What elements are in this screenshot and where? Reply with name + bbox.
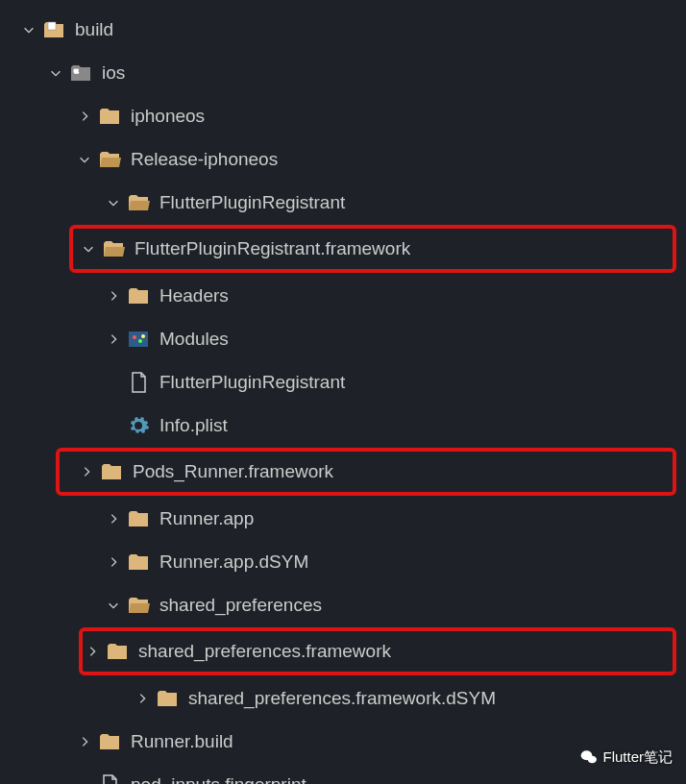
tree-item-ios[interactable]: ios — [0, 51, 686, 94]
chevron-down-icon — [104, 193, 123, 212]
tree-label: pod_inputs.fingerprint — [131, 774, 306, 785]
tree-label: shared_preferences.framework — [138, 641, 391, 662]
folder-open-icon — [127, 594, 150, 617]
tree-label: Runner.app.dSYM — [159, 551, 308, 573]
chevron-right-icon — [133, 689, 152, 708]
chevron-down-icon — [104, 596, 123, 615]
file-tree: build ios iphoneos Release-iphoneos — [0, 0, 686, 784]
chevron-down-icon — [79, 239, 98, 258]
tree-item-headers[interactable]: Headers — [0, 274, 686, 317]
apple-folder-icon — [69, 61, 92, 85]
tree-label: Runner.build — [131, 731, 233, 752]
tree-item-shared-prefs-dsym[interactable]: shared_preferences.framework.dSYM — [0, 676, 686, 720]
tree-item-modules[interactable]: Modules — [0, 317, 686, 360]
tree-item-iphoneos[interactable]: iphoneos — [0, 94, 686, 137]
tree-label: Runner.app — [159, 508, 254, 529]
folder-icon — [156, 687, 179, 710]
chevron-right-icon — [75, 107, 94, 126]
watermark: Flutter笔记 — [579, 747, 673, 767]
tree-label: FlutterPluginRegistrant — [159, 192, 345, 213]
tree-label: build — [75, 19, 113, 40]
folder-open-icon — [127, 191, 150, 214]
chevron-right-icon — [104, 552, 123, 572]
file-icon — [98, 773, 121, 785]
tree-item-release-iphoneos[interactable]: Release-iphoneos — [0, 137, 686, 181]
watermark-text: Flutter笔记 — [602, 748, 673, 767]
svg-rect-1 — [129, 331, 148, 347]
chevron-right-icon — [77, 462, 96, 481]
svg-point-2 — [133, 335, 136, 339]
chevron-right-icon — [83, 642, 102, 661]
chevron-right-icon — [75, 732, 94, 751]
tree-item-shared-prefs[interactable]: shared_preferences — [0, 583, 686, 626]
tree-label: Info.plist — [159, 415, 228, 436]
tree-item-build[interactable]: build — [0, 8, 686, 51]
tree-item-info-plist[interactable]: Info.plist — [0, 404, 686, 447]
folder-icon — [127, 507, 150, 530]
chevron-right-icon — [104, 330, 123, 349]
svg-rect-0 — [48, 22, 56, 30]
folder-open-icon — [102, 237, 125, 260]
tree-label: FlutterPluginRegistrant — [159, 372, 345, 393]
tree-label: ios — [102, 62, 125, 84]
folder-icon — [127, 551, 150, 574]
tree-label: shared_preferences.framework.dSYM — [188, 688, 496, 709]
tree-item-shared-prefs-fw[interactable]: shared_preferences.framework — [83, 631, 673, 672]
wechat-icon — [579, 747, 599, 767]
tree-label: Pods_Runner.framework — [133, 461, 333, 482]
chevron-down-icon — [46, 63, 65, 83]
folder-icon — [100, 460, 123, 483]
svg-point-3 — [138, 339, 142, 343]
svg-point-4 — [141, 334, 145, 338]
tree-item-pods-runner[interactable]: Pods_Runner.framework — [60, 452, 673, 492]
gear-icon — [127, 414, 150, 437]
tree-item-fpr-file[interactable]: FlutterPluginRegistrant — [0, 360, 686, 404]
modules-icon — [127, 328, 150, 351]
tree-item-runner-dsym[interactable]: Runner.app.dSYM — [0, 540, 686, 583]
folder-icon — [106, 640, 129, 663]
folder-icon — [98, 105, 121, 128]
folder-icon — [42, 18, 65, 41]
chevron-down-icon — [19, 20, 38, 39]
tree-item-fpr-fw[interactable]: FlutterPluginRegistrant.framework — [73, 229, 673, 269]
highlight-box: Pods_Runner.framework — [56, 448, 676, 496]
tree-label: Release-iphoneos — [131, 149, 278, 170]
chevron-right-icon — [104, 509, 123, 528]
tree-label: Modules — [159, 329, 229, 350]
highlight-box: shared_preferences.framework — [79, 627, 676, 675]
chevron-right-icon — [104, 286, 123, 306]
svg-point-6 — [588, 756, 597, 764]
tree-label: FlutterPluginRegistrant.framework — [135, 238, 410, 259]
folder-open-icon — [98, 148, 121, 171]
file-icon — [127, 371, 150, 394]
tree-item-fpr[interactable]: FlutterPluginRegistrant — [0, 181, 686, 224]
folder-icon — [98, 730, 121, 753]
tree-label: Headers — [159, 285, 229, 306]
tree-label: iphoneos — [131, 106, 205, 127]
chevron-down-icon — [75, 150, 94, 169]
folder-icon — [127, 284, 150, 307]
highlight-box: FlutterPluginRegistrant.framework — [69, 225, 676, 273]
tree-item-runner-app[interactable]: Runner.app — [0, 497, 686, 540]
tree-label: shared_preferences — [159, 595, 322, 616]
